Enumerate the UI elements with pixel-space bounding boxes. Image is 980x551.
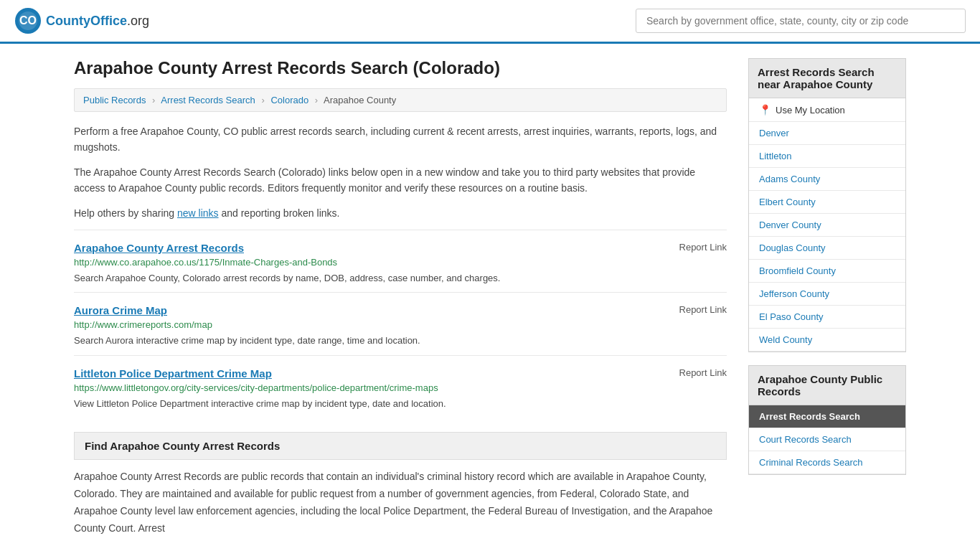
sidebar-nearby-links: 📍 Use My Location Denver Littleton Adams…	[748, 98, 906, 352]
sidebar-link-court-records[interactable]: Court Records Search	[749, 428, 905, 451]
breadcrumb-sep-2: ›	[261, 95, 264, 105]
sidebar-link-denver[interactable]: Denver	[749, 122, 905, 145]
logo-area: CO CountyOffice.org	[14, 7, 149, 34]
svg-text:CO: CO	[19, 14, 37, 27]
breadcrumb-sep-3: ›	[315, 95, 318, 105]
link-entry-0: Arapahoe County Arrest Records Report Li…	[74, 230, 727, 293]
link-desc-0: Search Arapahoe County, Colorado arrest …	[74, 271, 727, 286]
breadcrumb: Public Records › Arrest Records Search ›…	[74, 88, 727, 112]
sidebar-link-arrest-records[interactable]: Arrest Records Search	[749, 405, 905, 428]
page-title: Arapahoe County Arrest Records Search (C…	[74, 58, 727, 78]
sidebar-public-records-links: Arrest Records Search Court Records Sear…	[748, 405, 906, 475]
link-title-1[interactable]: Aurora Crime Map	[74, 304, 167, 316]
sidebar-link-denver-county[interactable]: Denver County	[749, 214, 905, 237]
sidebar-link-douglas[interactable]: Douglas County	[749, 237, 905, 260]
sidebar-link-criminal-records[interactable]: Criminal Records Search	[749, 451, 905, 474]
link-url-2[interactable]: https://www.littletongov.org/city-servic…	[74, 382, 727, 393]
link-entry-header-0: Arapahoe County Arrest Records Report Li…	[74, 242, 727, 254]
link-entry-header-2: Littleton Police Department Crime Map Re…	[74, 367, 727, 380]
sidebar-link-jefferson[interactable]: Jefferson County	[749, 283, 905, 306]
sidebar-link-littleton[interactable]: Littleton	[749, 145, 905, 168]
link-entry-header-1: Aurora Crime Map Report Link	[74, 304, 727, 316]
sidebar-link-broomfield[interactable]: Broomfield County	[749, 260, 905, 283]
search-input[interactable]	[636, 9, 966, 33]
breadcrumb-sep-1: ›	[152, 95, 155, 105]
description-para2: The Arapahoe County Arrest Records Searc…	[74, 164, 727, 197]
link-title-0[interactable]: Arapahoe County Arrest Records	[74, 242, 244, 254]
sidebar-link-elpaso[interactable]: El Paso County	[749, 306, 905, 329]
content-wrapper: Arapahoe County Arrest Records Search (C…	[60, 44, 920, 551]
sidebar-link-elbert[interactable]: Elbert County	[749, 191, 905, 214]
link-desc-2: View Littleton Police Department interac…	[74, 397, 727, 411]
description-para1: Perform a free Arapahoe County, CO publi…	[74, 123, 727, 156]
sidebar-use-location[interactable]: 📍 Use My Location	[749, 98, 905, 122]
sidebar-nearby-title: Arrest Records Search near Arapahoe Coun…	[748, 58, 906, 98]
link-entries: Arapahoe County Arrest Records Report Li…	[74, 230, 727, 418]
sidebar-link-adams[interactable]: Adams County	[749, 168, 905, 191]
logo-text: CountyOffice.org	[46, 14, 149, 29]
link-entry-1: Aurora Crime Map Report Link http://www.…	[74, 292, 727, 355]
main-content: Arapahoe County Arrest Records Search (C…	[74, 58, 727, 537]
location-icon: 📍	[759, 104, 771, 116]
sidebar-link-weld[interactable]: Weld County	[749, 329, 905, 352]
report-link-btn-0[interactable]: Report Link	[679, 242, 727, 253]
report-link-btn-2[interactable]: Report Link	[679, 367, 727, 378]
sidebar: Arrest Records Search near Arapahoe Coun…	[748, 58, 906, 537]
description-para3: Help others by sharing new links and rep…	[74, 205, 727, 221]
breadcrumb-arrest-records[interactable]: Arrest Records Search	[161, 95, 255, 105]
link-entry-2: Littleton Police Department Crime Map Re…	[74, 355, 727, 418]
logo-icon: CO	[14, 7, 42, 34]
breadcrumb-current: Arapahoe County	[324, 95, 396, 105]
link-desc-1: Search Aurora interactive crime map by i…	[74, 334, 727, 348]
breadcrumb-public-records[interactable]: Public Records	[83, 95, 146, 105]
link-url-0[interactable]: http://www.co.arapahoe.co.us/1175/Inmate…	[74, 257, 727, 268]
find-section-body: Arapahoe County Arrest Records are publi…	[74, 468, 727, 537]
report-link-btn-1[interactable]: Report Link	[679, 304, 727, 315]
find-section-header: Find Arapahoe County Arrest Records	[74, 432, 727, 460]
new-links-link[interactable]: new links	[177, 207, 219, 219]
sidebar-public-records-title: Arapahoe County Public Records	[748, 365, 906, 405]
breadcrumb-colorado[interactable]: Colorado	[270, 95, 308, 105]
link-url-1[interactable]: http://www.crimereports.com/map	[74, 319, 727, 330]
link-title-2[interactable]: Littleton Police Department Crime Map	[74, 367, 272, 380]
header: CO CountyOffice.org	[0, 0, 980, 44]
